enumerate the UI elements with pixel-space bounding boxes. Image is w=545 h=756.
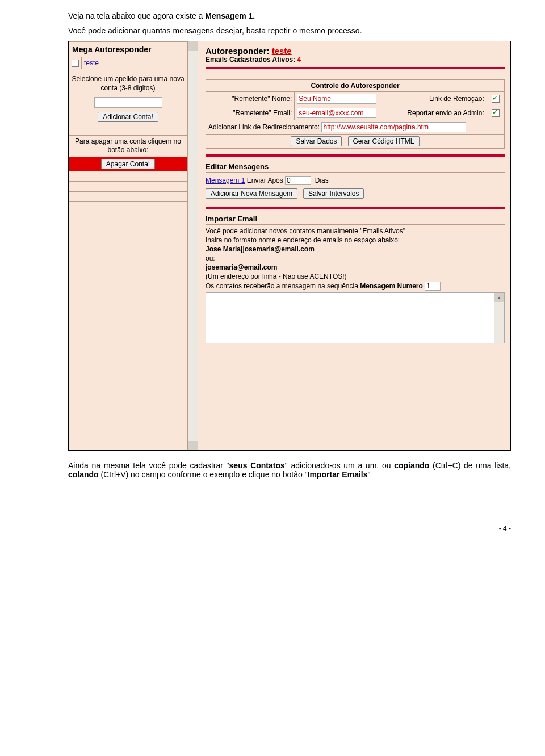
message-1-row: Mensagem 1 Enviar Após Dias (206, 175, 505, 186)
edit-messages-header: Editar Mensagens (206, 162, 505, 171)
import-header: Importar Email (206, 215, 505, 223)
redirect-input[interactable] (321, 122, 466, 132)
sidebar: Mega Autoresponder teste Selecione um ap… (69, 41, 188, 450)
autoresponder-title: Autoresponder: teste (206, 46, 505, 56)
main-panel: Autoresponder: teste Emails Cadastrados … (198, 41, 510, 450)
message-1-link[interactable]: Mensagem 1 (206, 177, 245, 184)
removal-link-label: Link de Remoção: (395, 92, 487, 106)
removal-link-checkbox[interactable] (492, 95, 500, 103)
doc-intro-1: Veja na tela abaixo que agora existe a M… (68, 11, 511, 20)
new-account-help: Selecione um apelido para uma nova conta… (69, 73, 187, 95)
delete-help: Para apagar uma conta cliquem no botão a… (69, 135, 187, 157)
report-admin-label: Reportar envio ao Admin: (395, 106, 487, 120)
import-line-2: Insira no formato nome e endereço de ema… (206, 236, 505, 244)
sender-email-input[interactable] (297, 108, 376, 118)
sidebar-title: Mega Autoresponder (69, 42, 187, 57)
account-checkbox[interactable] (72, 60, 79, 67)
import-line-1: Você pode adicionar novos contatos manua… (206, 227, 505, 235)
new-account-input[interactable] (94, 97, 162, 108)
emails-count: Emails Cadastrados Ativos: 4 (206, 56, 505, 64)
import-section: Importar Email Você pode adicionar novos… (206, 215, 505, 343)
import-or: ou: (206, 254, 505, 262)
sidebar-scrollbar[interactable] (188, 41, 198, 450)
import-example-1: Jose Maria|josemaria@email.com (206, 245, 505, 253)
control-table: Controle do Autoresponder "Remetente" No… (206, 79, 505, 149)
sender-name-label: "Remetente" Nome: (206, 92, 295, 106)
doc-after-1: Ainda na mesma tela você pode cadastrar … (68, 461, 511, 479)
save-intervals-button[interactable]: Salvar Intervalos (303, 188, 364, 199)
textarea-scroll-up-icon[interactable]: ▴ (494, 293, 504, 302)
account-link-teste[interactable]: teste (84, 59, 99, 67)
import-message-number[interactable] (425, 282, 441, 291)
import-seq: Os contatos receberão a mensagem na sequ… (206, 282, 505, 291)
import-textarea[interactable]: ▴ (206, 292, 505, 343)
delete-account-button[interactable]: Apagar Conta! (101, 159, 155, 169)
message-1-days-input[interactable] (285, 176, 311, 185)
doc-intro-2: Você pode adicionar quantas mensagens de… (68, 26, 511, 35)
control-header: Controle do Autoresponder (206, 80, 505, 92)
save-data-button[interactable]: Salvar Dados (291, 136, 342, 146)
add-account-button[interactable]: Adicionar Conta! (98, 112, 158, 122)
sender-email-label: "Remetente" Email: (206, 106, 295, 120)
screenshot-frame: Mega Autoresponder teste Selecione um ap… (68, 41, 511, 451)
add-message-button[interactable]: Adicionar Nova Mensagem (206, 188, 297, 199)
report-admin-checkbox[interactable] (492, 109, 500, 117)
page-number: - 4 - (68, 524, 511, 532)
generate-html-button[interactable]: Gerar Código HTML (348, 136, 420, 146)
import-note: (Um endereço por linha - Não use ACENTOS… (206, 272, 505, 280)
redirect-label: Adicionar Link de Redirecionamento: (208, 123, 320, 131)
sender-name-input[interactable] (297, 94, 376, 104)
import-example-2: josemaria@email.com (206, 263, 505, 271)
